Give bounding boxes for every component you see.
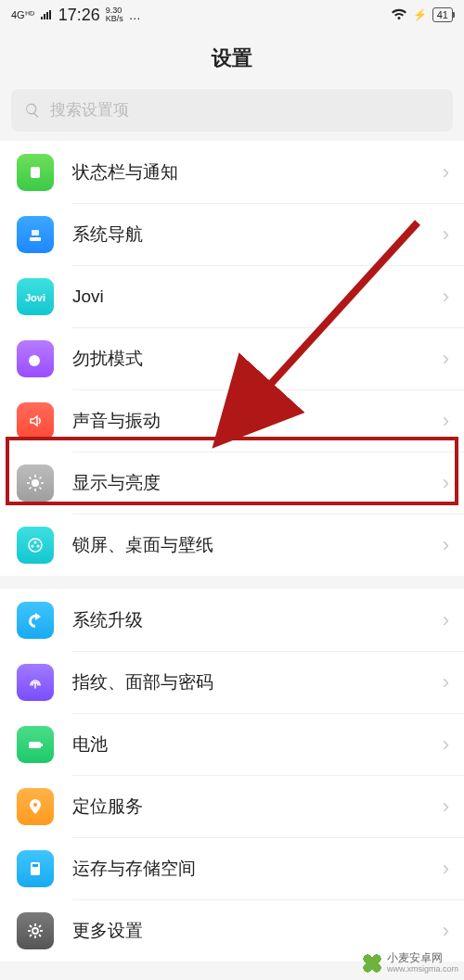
battery-icon xyxy=(17,726,54,763)
svg-line-28 xyxy=(39,935,41,936)
settings-row-nav[interactable]: 系统导航› xyxy=(0,203,464,265)
storage-icon xyxy=(17,850,54,887)
chevron-right-icon: › xyxy=(443,409,449,433)
brightness-icon xyxy=(17,465,54,502)
watermark-name: 小麦安卓网 xyxy=(387,952,458,964)
settings-row-battery[interactable]: 电池› xyxy=(0,713,464,775)
row-label: 显示与亮度 xyxy=(72,471,443,495)
update-icon xyxy=(17,602,54,639)
chevron-right-icon: › xyxy=(443,795,449,819)
settings-row-location[interactable]: 定位服务› xyxy=(0,775,464,837)
fingerprint-icon xyxy=(17,664,54,701)
gear-icon xyxy=(17,912,54,949)
settings-row-update[interactable]: 系统升级› xyxy=(0,589,464,651)
svg-text:Jovi: Jovi xyxy=(25,292,45,303)
network-label: 4Gᴴᴰ xyxy=(11,10,34,20)
svg-rect-17 xyxy=(29,742,41,748)
settings-row-jovi[interactable]: JoviJovi› xyxy=(0,265,464,327)
svg-point-14 xyxy=(34,541,37,543)
wifi-icon xyxy=(391,8,407,21)
chevron-right-icon: › xyxy=(443,347,449,371)
svg-line-12 xyxy=(40,477,42,478)
speed: 9.30KB/s xyxy=(106,6,123,23)
settings-row-storage[interactable]: 运存与存储空间› xyxy=(0,837,464,899)
settings-group: 状态栏与通知›系统导航›JoviJovi›勿扰模式›声音与振动›显示与亮度›锁屏… xyxy=(0,141,464,576)
jovi-icon: Jovi xyxy=(17,278,54,315)
chevron-right-icon: › xyxy=(443,857,449,881)
svg-line-27 xyxy=(30,925,32,927)
charging-icon: ⚡ xyxy=(413,8,427,21)
svg-point-22 xyxy=(32,928,38,934)
navigation-icon xyxy=(17,216,54,253)
settings-row-dnd[interactable]: 勿扰模式› xyxy=(0,327,464,389)
page-header: 设置 xyxy=(0,30,464,89)
row-label: 系统导航 xyxy=(72,223,443,247)
search-input[interactable] xyxy=(50,101,440,120)
battery-indicator: 41 xyxy=(432,7,453,22)
row-label: 指纹、面部与密码 xyxy=(72,670,443,694)
svg-point-16 xyxy=(37,544,40,547)
svg-rect-21 xyxy=(32,864,38,867)
watermark-url: www.xmsigma.com xyxy=(387,965,458,974)
row-label: 电池 xyxy=(72,732,443,757)
settings-group: 系统升级›指纹、面部与密码›电池›定位服务›运存与存储空间›更多设置› xyxy=(0,589,464,961)
sound-icon xyxy=(17,402,54,439)
settings-row-display[interactable]: 显示与亮度› xyxy=(0,452,464,514)
row-label: 锁屏、桌面与壁纸 xyxy=(72,533,443,557)
svg-line-30 xyxy=(39,925,41,927)
row-label: 系统升级 xyxy=(72,608,443,632)
svg-point-19 xyxy=(33,803,37,807)
page-title: 设置 xyxy=(0,45,464,72)
settings-list: 状态栏与通知›系统导航›JoviJovi›勿扰模式›声音与振动›显示与亮度›锁屏… xyxy=(0,141,464,961)
status-right: ⚡ 41 xyxy=(391,7,453,22)
row-label: 声音与振动 xyxy=(72,409,443,433)
watermark-logo-icon xyxy=(361,952,383,974)
chevron-right-icon: › xyxy=(443,471,449,495)
settings-row-sound[interactable]: 声音与振动› xyxy=(0,389,464,452)
search-icon xyxy=(24,102,41,119)
chevron-right-icon: › xyxy=(443,732,449,757)
row-label: 更多设置 xyxy=(72,919,443,943)
svg-line-29 xyxy=(30,935,32,936)
svg-rect-1 xyxy=(30,237,41,241)
settings-row-lock[interactable]: 锁屏、桌面与壁纸› xyxy=(0,514,464,576)
svg-rect-18 xyxy=(41,744,43,746)
signal-icon xyxy=(40,9,53,20)
watermark: 小麦安卓网 www.xmsigma.com xyxy=(361,952,458,974)
search-container xyxy=(0,89,464,141)
chevron-right-icon: › xyxy=(443,285,449,309)
svg-line-9 xyxy=(30,477,32,478)
dnd-icon xyxy=(17,340,54,377)
svg-point-15 xyxy=(32,544,34,547)
svg-line-10 xyxy=(40,487,42,489)
chevron-right-icon: › xyxy=(443,608,449,632)
row-label: 状态栏与通知 xyxy=(72,160,443,185)
clock: 17:26 xyxy=(58,6,100,25)
svg-rect-2 xyxy=(32,230,39,235)
location-icon xyxy=(17,788,54,825)
notification-icon xyxy=(17,154,54,191)
more-dots-icon: … xyxy=(129,8,143,22)
chevron-right-icon: › xyxy=(443,533,449,557)
row-label: 定位服务 xyxy=(72,795,443,819)
row-label: 勿扰模式 xyxy=(72,347,443,371)
svg-rect-0 xyxy=(31,167,40,178)
wallpaper-icon xyxy=(17,527,54,564)
settings-row-biometric[interactable]: 指纹、面部与密码› xyxy=(0,651,464,713)
row-label: 运存与存储空间 xyxy=(72,857,443,881)
svg-line-11 xyxy=(30,487,32,489)
status-bar: 4Gᴴᴰ 17:26 9.30KB/s … ⚡ 41 xyxy=(0,0,464,30)
chevron-right-icon: › xyxy=(443,670,449,694)
search-box[interactable] xyxy=(11,89,453,132)
chevron-right-icon: › xyxy=(443,160,449,185)
row-label: Jovi xyxy=(72,286,443,307)
chevron-right-icon: › xyxy=(443,919,449,943)
status-left: 4Gᴴᴰ 17:26 9.30KB/s … xyxy=(11,6,143,25)
svg-point-4 xyxy=(32,479,39,487)
chevron-right-icon: › xyxy=(443,223,449,247)
settings-row-notif[interactable]: 状态栏与通知› xyxy=(0,141,464,203)
svg-point-13 xyxy=(29,539,42,552)
